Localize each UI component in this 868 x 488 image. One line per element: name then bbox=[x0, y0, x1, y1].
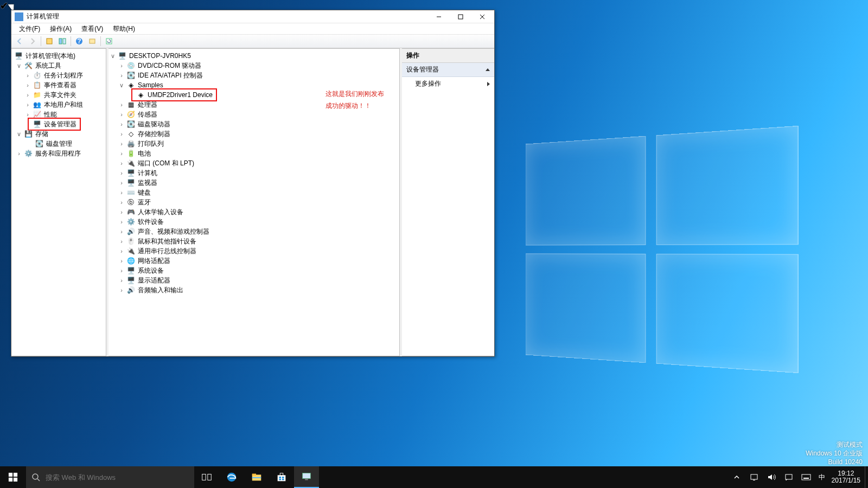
tree-device-manager[interactable]: 设备管理器 bbox=[43, 119, 78, 129]
expand-icon[interactable]: › bbox=[118, 100, 125, 110]
expand-icon[interactable]: ∨ bbox=[118, 80, 125, 90]
device-category[interactable]: 存储控制器 bbox=[137, 129, 171, 139]
toolbar-show-hide-tree-button[interactable] bbox=[56, 36, 68, 47]
device-category[interactable]: 监视器 bbox=[137, 178, 158, 188]
device-category[interactable]: 打印队列 bbox=[137, 139, 165, 149]
nav-back-button[interactable] bbox=[14, 36, 25, 47]
device-category[interactable]: 通用串行总线控制器 bbox=[137, 246, 197, 256]
device-category[interactable]: 网络适配器 bbox=[137, 256, 171, 266]
expand-icon[interactable]: › bbox=[118, 168, 125, 178]
tray-overflow-icon[interactable] bbox=[732, 472, 742, 482]
expand-icon[interactable]: › bbox=[118, 285, 125, 295]
taskbar-app-store[interactable] bbox=[269, 466, 294, 488]
tree-system-tools[interactable]: 系统工具 bbox=[34, 61, 62, 70]
taskbar-search-input[interactable] bbox=[46, 473, 189, 481]
device-category[interactable]: 显示适配器 bbox=[137, 275, 171, 285]
menu-view[interactable]: 查看(V) bbox=[77, 24, 107, 34]
tray-network-icon[interactable] bbox=[749, 472, 759, 482]
expand-icon[interactable]: › bbox=[118, 70, 125, 80]
device-root[interactable]: DESKTOP-JVR0HK5 bbox=[128, 51, 192, 61]
tree-root[interactable]: 计算机管理(本地) bbox=[24, 51, 76, 61]
nav-forward-button[interactable] bbox=[27, 36, 39, 47]
menu-help[interactable]: 帮助(H) bbox=[108, 24, 139, 34]
expand-icon[interactable]: › bbox=[118, 178, 125, 188]
device-category[interactable]: 音频输入和输出 bbox=[137, 285, 184, 295]
close-button[interactable] bbox=[471, 10, 493, 23]
expand-icon[interactable]: › bbox=[118, 227, 125, 236]
toolbar-properties-button[interactable] bbox=[43, 36, 55, 47]
device-category[interactable]: 计算机 bbox=[137, 168, 158, 178]
expand-icon[interactable]: › bbox=[118, 275, 125, 285]
device-category[interactable]: 软件设备 bbox=[137, 217, 165, 227]
device-category[interactable]: 声音、视频和游戏控制器 bbox=[137, 227, 210, 236]
task-view-button[interactable] bbox=[194, 466, 219, 488]
expand-icon[interactable]: › bbox=[118, 61, 125, 70]
device-category[interactable]: 磁盘驱动器 bbox=[137, 119, 171, 129]
console-tree-pane[interactable]: 🖥️计算机管理(本地) ∨🛠️系统工具 ›⏱️任务计划程序 ›📋事件查看器 ›📁… bbox=[11, 48, 106, 356]
taskbar-clock[interactable]: 19:12 2017/1/15 bbox=[827, 466, 865, 488]
tree-storage[interactable]: 存储 bbox=[34, 129, 49, 139]
tree-item[interactable]: 本地用户和组 bbox=[43, 100, 84, 110]
device-category[interactable]: 蓝牙 bbox=[137, 197, 152, 207]
tree-item[interactable]: 任务计划程序 bbox=[43, 70, 84, 80]
device-category[interactable]: 鼠标和其他指针设备 bbox=[137, 236, 197, 246]
show-desktop-button[interactable] bbox=[865, 466, 868, 488]
expand-icon[interactable]: › bbox=[118, 129, 125, 139]
expand-icon[interactable]: › bbox=[118, 236, 125, 246]
tree-item[interactable]: 磁盘管理 bbox=[45, 139, 73, 149]
device-tree-pane[interactable]: ∨🖥️DESKTOP-JVR0HK5›💿DVD/CD-ROM 驱动器›💽IDE … bbox=[108, 48, 400, 356]
expand-icon[interactable]: › bbox=[118, 197, 125, 207]
tray-notifications-icon[interactable] bbox=[784, 472, 794, 482]
expand-icon[interactable]: › bbox=[118, 139, 125, 149]
minimize-button[interactable] bbox=[428, 10, 450, 23]
toolbar-view-button[interactable] bbox=[86, 36, 98, 47]
tree-item[interactable]: 事件查看器 bbox=[43, 80, 78, 90]
device-category[interactable]: 电池 bbox=[137, 149, 152, 158]
expand-icon[interactable]: › bbox=[118, 119, 125, 129]
expand-icon[interactable]: › bbox=[118, 158, 125, 168]
expand-icon[interactable]: › bbox=[24, 90, 31, 100]
expand-icon[interactable]: › bbox=[24, 100, 31, 110]
expand-icon[interactable]: ∨ bbox=[16, 61, 22, 70]
taskbar-search[interactable] bbox=[26, 466, 194, 488]
actions-group[interactable]: 设备管理器 bbox=[402, 63, 494, 77]
taskbar-app-explorer[interactable] bbox=[244, 466, 269, 488]
device-category[interactable]: 系统设备 bbox=[137, 266, 165, 275]
tree-services[interactable]: 服务和应用程序 bbox=[34, 149, 82, 158]
device-category[interactable]: 人体学输入设备 bbox=[137, 207, 184, 217]
expand-icon[interactable]: › bbox=[24, 80, 31, 90]
toolbar-refresh-button[interactable] bbox=[103, 36, 115, 47]
device-category[interactable]: 传感器 bbox=[137, 110, 158, 119]
device-item-umdf[interactable]: UMDF2Driver1 Device bbox=[146, 90, 214, 100]
expand-icon[interactable]: › bbox=[16, 149, 22, 158]
toolbar-help-button[interactable]: ? bbox=[73, 36, 85, 47]
tray-keyboard-icon[interactable] bbox=[801, 472, 811, 482]
expand-icon[interactable]: › bbox=[118, 266, 125, 275]
expand-icon[interactable]: › bbox=[118, 217, 125, 227]
device-category[interactable]: IDE ATA/ATAPI 控制器 bbox=[137, 70, 204, 80]
taskbar-app-computer-mgmt[interactable] bbox=[294, 466, 319, 488]
tray-volume-icon[interactable] bbox=[767, 472, 776, 482]
expand-icon[interactable]: › bbox=[118, 246, 125, 256]
expand-icon[interactable]: › bbox=[118, 207, 125, 217]
start-button[interactable] bbox=[0, 466, 26, 488]
taskbar-app-edge[interactable] bbox=[219, 466, 244, 488]
expand-icon[interactable]: ∨ bbox=[110, 51, 116, 61]
device-category[interactable]: 键盘 bbox=[137, 188, 152, 197]
expand-icon[interactable]: › bbox=[118, 149, 125, 158]
device-category[interactable]: DVD/CD-ROM 驱动器 bbox=[137, 61, 202, 70]
expand-icon[interactable]: ∨ bbox=[16, 129, 22, 139]
actions-more[interactable]: 更多操作 bbox=[402, 77, 494, 91]
expand-icon[interactable]: › bbox=[118, 188, 125, 197]
device-category[interactable]: 端口 (COM 和 LPT) bbox=[137, 158, 195, 168]
collapse-icon[interactable] bbox=[486, 68, 490, 71]
expand-icon[interactable]: › bbox=[118, 256, 125, 266]
titlebar[interactable]: 计算机管理 bbox=[11, 10, 494, 23]
maximize-button[interactable] bbox=[450, 10, 471, 23]
tray-ime-indicator[interactable]: 中 bbox=[819, 472, 825, 482]
expand-icon[interactable]: › bbox=[24, 70, 31, 80]
device-category[interactable]: 处理器 bbox=[137, 100, 158, 110]
menu-file[interactable]: 文件(F) bbox=[15, 24, 44, 34]
menu-action[interactable]: 操作(A) bbox=[46, 24, 76, 34]
tree-item[interactable]: 共享文件夹 bbox=[43, 90, 78, 100]
